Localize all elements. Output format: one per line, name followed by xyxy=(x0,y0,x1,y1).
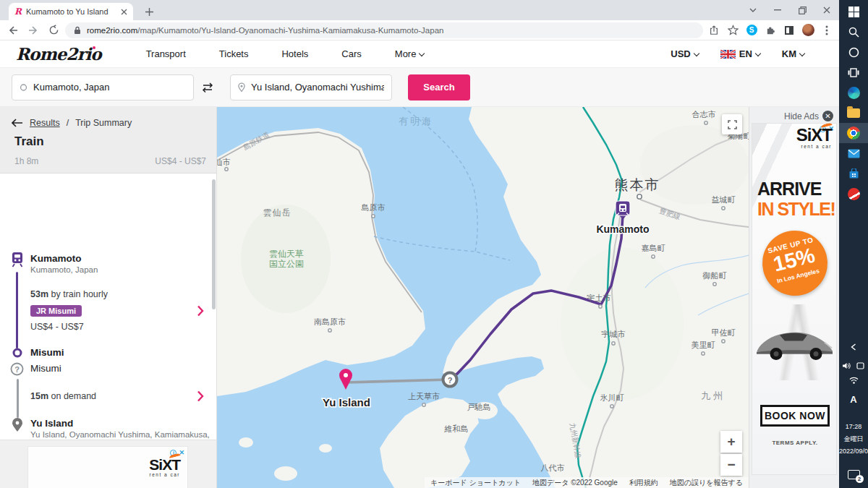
rome2rio-favicon: R xyxy=(14,7,22,17)
map-label-island: 維和島 xyxy=(444,424,469,433)
tray-weekday: 金曜日 xyxy=(839,433,868,445)
main-nav: Transport Tickets Hotels Cars More xyxy=(146,48,425,59)
attrib-terms[interactable]: 利用規約 xyxy=(629,478,658,488)
window-controls xyxy=(741,0,839,20)
chevron-down-icon xyxy=(799,51,805,56)
search-button[interactable]: Search xyxy=(408,74,470,100)
cortana-icon[interactable] xyxy=(839,42,868,62)
restore-button[interactable] xyxy=(790,0,814,20)
ime-indicator[interactable]: A xyxy=(839,394,868,405)
profile-avatar[interactable] xyxy=(800,22,816,38)
units-selector[interactable]: KM xyxy=(782,48,804,59)
nav-hotels[interactable]: Hotels xyxy=(281,48,308,59)
dest-name: Yu Island xyxy=(30,418,73,429)
map-canvas[interactable]: 有明海 島原鉄道 雲仙市 雲仙岳 島原市 雲仙天草 国立公園 南島原市 上天草市… xyxy=(217,107,749,488)
kumamoto-city-dot xyxy=(637,194,642,199)
attrib-report[interactable]: 地図の誤りを報告する xyxy=(670,478,743,488)
sixt-logo: SiXT xyxy=(796,127,832,144)
taskbar-search-icon[interactable] xyxy=(839,22,868,42)
minimize-button[interactable] xyxy=(765,0,790,20)
zoom-in-button[interactable]: + xyxy=(720,431,742,453)
breadcrumb: Results / Trip Summary xyxy=(12,118,132,128)
start-button[interactable] xyxy=(839,1,868,22)
skype-extension-icon[interactable]: S xyxy=(744,22,760,38)
new-tab-button[interactable] xyxy=(142,4,156,19)
route-mode-title: Train xyxy=(14,134,44,149)
close-button[interactable] xyxy=(814,0,839,20)
zoom-out-button[interactable]: − xyxy=(720,454,742,476)
tray-sound-display-icons[interactable] xyxy=(839,359,868,372)
search-bar: Search xyxy=(0,68,839,107)
leg1-price: US$4 - US$7 xyxy=(30,322,84,332)
store-icon[interactable] xyxy=(839,163,868,184)
leg1-chevron-icon[interactable] xyxy=(197,305,204,317)
nav-tickets[interactable]: Tickets xyxy=(219,48,249,59)
edge-icon[interactable] xyxy=(839,82,868,103)
map[interactable]: 有明海 島原鉄道 雲仙市 雲仙岳 島原市 雲仙天草 国立公園 南島原市 上天草市… xyxy=(217,107,749,488)
tray-date: 2022/09/02 xyxy=(839,445,868,458)
speaker-icon[interactable] xyxy=(843,362,851,369)
origin-input[interactable] xyxy=(33,82,186,93)
language-selector[interactable]: EN xyxy=(720,48,760,59)
sidebar-scrollbar[interactable] xyxy=(212,179,216,309)
map-label-town: 雲仙市 xyxy=(217,158,231,166)
leg1-summary: 53m by train hourly xyxy=(30,289,108,299)
file-explorer-icon[interactable] xyxy=(839,103,868,123)
task-view-icon[interactable] xyxy=(839,62,868,82)
leg2-chevron-icon[interactable] xyxy=(197,390,204,402)
extensions-puzzle-icon[interactable] xyxy=(762,22,778,38)
browser-toolbar: rome2rio.com/map/Kumamoto/Yu-Island-Oyan… xyxy=(0,20,839,40)
reload-button[interactable] xyxy=(45,22,62,39)
map-label-town: 八代市 xyxy=(541,463,565,472)
nav-cars[interactable]: Cars xyxy=(341,48,361,59)
tray-expand-icon[interactable] xyxy=(839,341,868,354)
swap-locations-button[interactable] xyxy=(194,74,221,100)
back-button[interactable] xyxy=(4,22,22,39)
logo-dot xyxy=(93,46,95,49)
address-bar[interactable]: rome2rio.com/map/Kumamoto/Yu-Island-Oyan… xyxy=(65,22,703,38)
origin-field[interactable] xyxy=(12,74,194,100)
misumi-question-marker[interactable]: ? xyxy=(443,373,457,387)
bookmark-star-icon[interactable] xyxy=(725,22,741,38)
antivirus-icon[interactable] xyxy=(839,184,868,204)
nav-transport[interactable]: Transport xyxy=(146,48,186,59)
itinerary: Kumamoto Kumamoto, Japan 53m by train ho… xyxy=(0,174,216,440)
small-island-2 xyxy=(239,437,253,448)
map-label-park: 国立公園 xyxy=(269,259,304,269)
tab-close-icon[interactable] xyxy=(121,9,127,15)
chevron-down-icon xyxy=(755,51,761,56)
back-arrow-icon[interactable] xyxy=(12,119,23,127)
map-attribution: キーボード ショートカット 地図データ ©2022 Google 利用規約 地図… xyxy=(425,477,749,488)
tray-clock[interactable]: 17:28 金曜日 2022/09/02 xyxy=(839,421,868,458)
hide-ads-button[interactable]: Hide Ads✕ xyxy=(784,111,833,121)
chrome-icon[interactable] xyxy=(839,123,868,143)
tab-title: Kumamoto to Yu Island xyxy=(26,7,116,16)
tab-search-icon[interactable] xyxy=(741,0,765,20)
sidebar-ad-card[interactable]: i✕ SiXT rent a car xyxy=(27,446,188,488)
route-duration: 1h 8m xyxy=(14,156,38,166)
kumamoto-marker-label: Kumamoto xyxy=(596,223,649,235)
mail-icon[interactable] xyxy=(839,143,868,163)
breadcrumb-results-link[interactable]: Results xyxy=(30,118,60,128)
wifi-icon[interactable] xyxy=(839,374,868,387)
rome2rio-logo[interactable]: Rome2rio xyxy=(16,44,101,64)
destination-input[interactable] xyxy=(251,82,384,93)
display-icon[interactable] xyxy=(856,362,864,369)
browser-tab[interactable]: R Kumamoto to Yu Island xyxy=(9,3,133,20)
notification-center-icon[interactable]: 2 xyxy=(839,470,868,479)
forward-button[interactable] xyxy=(25,22,42,39)
yu-island-marker-label: Yu Island xyxy=(323,396,370,408)
destination-field[interactable] xyxy=(230,74,392,100)
attrib-keyboard[interactable]: キーボード ショートカット xyxy=(430,478,521,488)
share-icon[interactable] xyxy=(706,22,722,38)
reader-extension-icon[interactable] xyxy=(781,22,797,38)
menu-dots-icon[interactable] xyxy=(819,22,835,38)
book-now-button[interactable]: BOOK NOW xyxy=(760,405,830,427)
hide-ads-close-icon[interactable]: ✕ xyxy=(822,111,833,121)
sixt-ad[interactable]: i✕ SiXT rent a car ARRIVE IN STYLE! SAVE… xyxy=(752,123,837,475)
currency-selector[interactable]: USD xyxy=(671,48,698,59)
ad-terms: TERMS APPLY. xyxy=(752,440,838,446)
nav-more[interactable]: More xyxy=(395,48,425,59)
misumi-port-name: Misumi xyxy=(30,363,61,374)
fullscreen-button[interactable] xyxy=(722,114,742,134)
